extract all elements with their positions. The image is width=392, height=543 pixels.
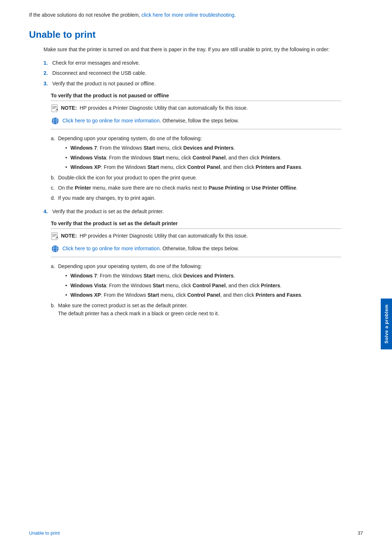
alpha-text-2b: Make sure the correct product is set as … bbox=[58, 303, 219, 316]
globe-icon-1 bbox=[51, 117, 60, 125]
alpha-text-1b: Double-click the icon for your product t… bbox=[58, 175, 197, 181]
svg-rect-13 bbox=[52, 235, 57, 236]
note-label-1: NOTE: bbox=[61, 105, 77, 111]
alpha-label-2a: a. bbox=[51, 262, 55, 270]
main-step-4-list: 4. Verify that the product is set as the… bbox=[44, 207, 341, 215]
step-3-text: Verify that the product is not paused or… bbox=[52, 81, 156, 86]
svg-rect-12 bbox=[52, 234, 57, 235]
bullet-2a-2: Windows Vista: From the Windows Start me… bbox=[65, 281, 341, 289]
svg-rect-2 bbox=[52, 107, 57, 108]
bullet-2a-1: Windows 7: From the Windows Start menu, … bbox=[65, 272, 341, 280]
globe-icon-2 bbox=[51, 244, 60, 253]
online-troubleshooting-link[interactable]: click here for more online troubleshooti… bbox=[142, 12, 234, 18]
alpha-label-1b: b. bbox=[51, 174, 55, 182]
step-4-num: 4. bbox=[44, 207, 48, 215]
online-link-1[interactable]: Click here to go online for more informa… bbox=[62, 118, 160, 123]
alpha-label-1c: c. bbox=[51, 184, 55, 192]
alpha-step-1b: b. Double-click the icon for your produc… bbox=[51, 174, 341, 182]
main-step-3: 3. Verify that the product is not paused… bbox=[44, 80, 341, 88]
online-link-text-2: Click here to go online for more informa… bbox=[62, 244, 239, 252]
alpha-step-1d: d. If you made any changes, try to print… bbox=[51, 194, 341, 202]
main-steps-list: 1. Check for error messages and resolve.… bbox=[44, 59, 341, 88]
note-icon-1 bbox=[51, 104, 59, 112]
alpha-label-1a: a. bbox=[51, 134, 55, 142]
main-step-2: 2. Disconnect and reconnect the USB cabl… bbox=[44, 69, 341, 77]
online-link-2[interactable]: Click here to go online for more informa… bbox=[62, 246, 160, 251]
alpha-text-1d: If you made any changes, try to print ag… bbox=[58, 195, 156, 201]
alpha-text-2a: Depending upon your operating system, do… bbox=[58, 263, 202, 269]
bullet-list-2a: Windows 7: From the Windows Start menu, … bbox=[65, 272, 341, 299]
online-link-box-1: Click here to go online for more informa… bbox=[51, 117, 341, 125]
footer-page-name: Unable to print bbox=[29, 530, 60, 536]
page-content: If the above solutions do not resolve th… bbox=[0, 0, 370, 352]
online-after-2: . Otherwise, follow the steps below. bbox=[160, 246, 239, 251]
alpha-list-2: a. Depending upon your operating system,… bbox=[51, 262, 341, 317]
bullet-1a-3: Windows XP: From the Windows Start menu,… bbox=[65, 163, 341, 171]
sidebar-tab[interactable]: Solve a problem bbox=[381, 299, 392, 349]
subsection-2: To verify that the product is set as the… bbox=[51, 220, 341, 317]
subsection-1: To verify that the product is not paused… bbox=[51, 93, 341, 202]
svg-rect-1 bbox=[52, 106, 57, 107]
step-1-num: 1. bbox=[44, 59, 48, 67]
note-box-2: NOTE: HP provides a Printer Diagnostic U… bbox=[51, 232, 341, 240]
intro-text-before: If the above solutions do not resolve th… bbox=[29, 12, 142, 18]
footer: Unable to print 37 bbox=[0, 530, 392, 536]
alpha-label-1d: d. bbox=[51, 194, 55, 202]
bullet-2a-3: Windows XP: From the Windows Start menu,… bbox=[65, 291, 341, 299]
footer-page-num: 37 bbox=[358, 530, 363, 536]
note-text-1: NOTE: HP provides a Printer Diagnostic U… bbox=[61, 104, 248, 112]
note-body-1: HP provides a Printer Diagnostic Utility… bbox=[78, 105, 248, 111]
alpha-text-1c: On the Printer menu, make sure there are… bbox=[58, 185, 298, 191]
alpha-label-2b: b. bbox=[51, 301, 55, 309]
bullet-1a-2: Windows Vista: From the Windows Start me… bbox=[65, 154, 341, 162]
note-label-2: NOTE: bbox=[61, 233, 77, 239]
alpha-step-1a: a. Depending upon your operating system,… bbox=[51, 134, 341, 171]
note-box-1: NOTE: HP provides a Printer Diagnostic U… bbox=[51, 104, 341, 112]
section-intro: Make sure that the printer is turned on … bbox=[44, 45, 341, 53]
main-step-1: 1. Check for error messages and resolve. bbox=[44, 59, 341, 67]
alpha-list-1: a. Depending upon your operating system,… bbox=[51, 134, 341, 202]
alpha-step-2b: b. Make sure the correct product is set … bbox=[51, 301, 341, 318]
divider-1 bbox=[51, 129, 341, 129]
note-icon-2 bbox=[51, 232, 59, 240]
svg-point-21 bbox=[54, 247, 57, 248]
step-4-text: Verify that the product is set as the de… bbox=[52, 208, 164, 214]
alpha-step-1c: c. On the Printer menu, make sure there … bbox=[51, 184, 341, 192]
alpha-text-1a: Depending upon your operating system, do… bbox=[58, 135, 202, 141]
bullet-list-1a: Windows 7: From the Windows Start menu, … bbox=[65, 144, 341, 171]
divider-2 bbox=[51, 257, 341, 257]
subsection-2-title: To verify that the product is set as the… bbox=[51, 220, 341, 229]
section-title: Unable to print bbox=[29, 29, 341, 40]
online-after-1: . Otherwise, follow the steps below. bbox=[160, 118, 239, 123]
note-body-2: HP provides a Printer Diagnostic Utility… bbox=[78, 233, 248, 239]
alpha-step-2a: a. Depending upon your operating system,… bbox=[51, 262, 341, 299]
step-2-text: Disconnect and reconnect the USB cable. bbox=[52, 70, 146, 76]
svg-point-10 bbox=[54, 119, 57, 120]
subsection-1-title: To verify that the product is not paused… bbox=[51, 93, 341, 101]
intro-text-after: . bbox=[234, 12, 236, 18]
svg-rect-14 bbox=[52, 236, 55, 237]
intro-paragraph: If the above solutions do not resolve th… bbox=[29, 11, 341, 19]
step-3-num: 3. bbox=[44, 80, 48, 88]
step-2-num: 2. bbox=[44, 69, 48, 77]
step-1-text: Check for error messages and resolve. bbox=[52, 60, 140, 66]
svg-rect-3 bbox=[52, 108, 55, 109]
online-link-text-1: Click here to go online for more informa… bbox=[62, 117, 239, 125]
main-step-4: 4. Verify that the product is set as the… bbox=[44, 207, 341, 215]
online-link-box-2: Click here to go online for more informa… bbox=[51, 244, 341, 253]
bullet-1a-1: Windows 7: From the Windows Start menu, … bbox=[65, 144, 341, 152]
note-text-2: NOTE: HP provides a Printer Diagnostic U… bbox=[61, 232, 248, 240]
